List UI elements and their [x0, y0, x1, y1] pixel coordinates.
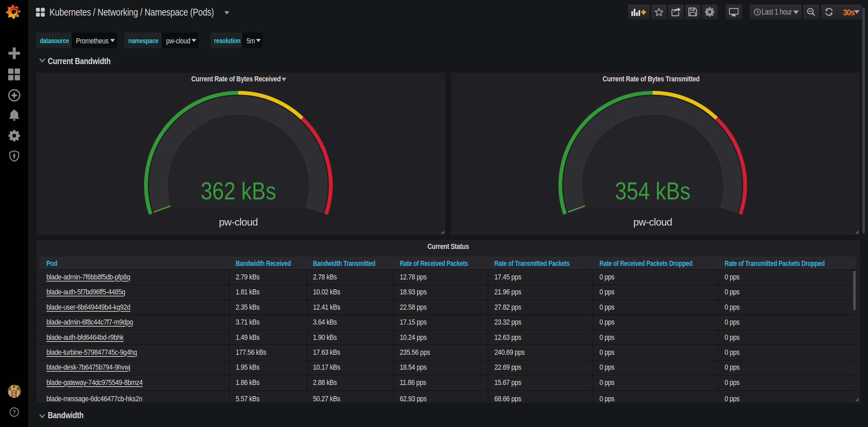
svg-text:?: ? [13, 409, 16, 415]
